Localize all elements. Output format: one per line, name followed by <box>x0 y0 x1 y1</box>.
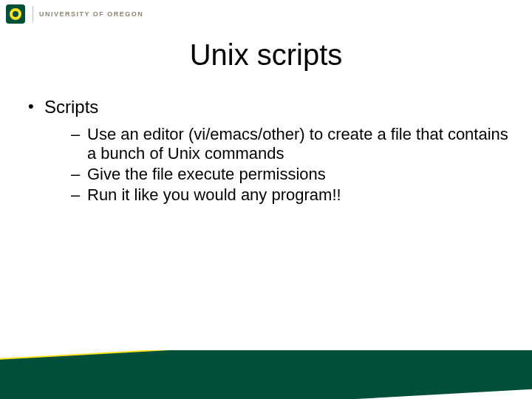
footer-stripe-green <box>0 350 532 399</box>
uo-logo-icon <box>6 4 25 24</box>
bullet-label: Scripts <box>44 97 98 117</box>
sub-bullet-text: Use an editor (vi/emacs/other) to create… <box>87 125 508 163</box>
sub-bullet: Use an editor (vi/emacs/other) to create… <box>71 125 511 163</box>
bullet-level-1: Scripts <box>21 97 511 117</box>
slide-title: Unix scripts <box>0 38 532 72</box>
slide-header: UNIVERSITY OF OREGON <box>0 0 532 27</box>
header-divider <box>33 6 33 22</box>
slide-body: Scripts Use an editor (vi/emacs/other) t… <box>21 97 511 205</box>
sub-bullet-text: Run it like you would any program!! <box>87 185 341 204</box>
sub-bullet: Run it like you would any program!! <box>71 185 511 205</box>
university-name: UNIVERSITY OF OREGON <box>39 10 143 18</box>
sub-bullet-text: Give the file execute permissions <box>87 165 326 183</box>
slide-footer-graphic <box>0 350 532 399</box>
slide: UNIVERSITY OF OREGON Unix scripts Script… <box>0 0 532 399</box>
sub-bullet: Give the file execute permissions <box>71 165 511 184</box>
bullet-sublist: Use an editor (vi/emacs/other) to create… <box>21 125 511 205</box>
